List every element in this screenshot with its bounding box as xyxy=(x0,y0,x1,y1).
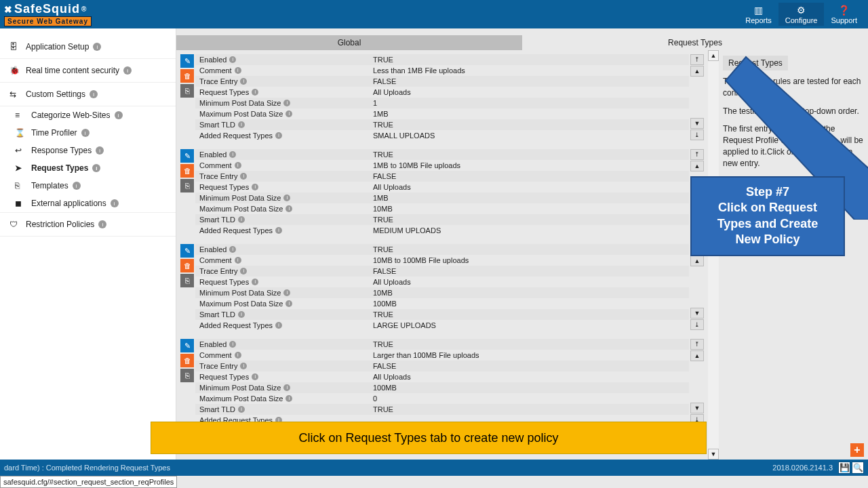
info-icon[interactable]: i xyxy=(98,220,106,228)
info-icon[interactable]: i xyxy=(275,227,282,234)
support-button[interactable]: ❓ Support xyxy=(824,3,864,26)
info-icon[interactable]: i xyxy=(90,90,98,98)
info-icon[interactable]: i xyxy=(73,182,81,190)
move-up-button[interactable]: ▲ xyxy=(690,350,704,361)
scroll-up-icon[interactable]: ▲ xyxy=(708,50,719,61)
edit-button[interactable]: ✎ xyxy=(180,54,194,68)
info-icon[interactable]: i xyxy=(235,352,241,359)
rule-row: Request Types iAll Uploads xyxy=(195,277,689,287)
field-label: Maximum Post Data Size i xyxy=(195,298,372,309)
info-icon[interactable]: i xyxy=(252,89,258,96)
move-down-button[interactable]: ▼ xyxy=(690,118,704,129)
search-icon[interactable]: 🔍 xyxy=(852,462,864,474)
info-icon[interactable]: i xyxy=(115,111,123,119)
help-panel-title: Request Types xyxy=(723,56,788,70)
info-icon[interactable]: i xyxy=(285,110,292,117)
info-icon[interactable]: i xyxy=(229,56,236,63)
sidebar-item-time-profiler[interactable]: ⌛ Time Profiler i xyxy=(0,124,176,142)
sidebar-item-templates[interactable]: ⎘ Templates i xyxy=(0,177,176,195)
move-down-button[interactable]: ▼ xyxy=(690,308,704,319)
edit-button[interactable]: ✎ xyxy=(180,244,194,258)
info-icon[interactable]: i xyxy=(238,406,245,413)
delete-button[interactable]: 🗑 xyxy=(180,259,194,272)
info-icon[interactable]: i xyxy=(240,78,247,85)
info-icon[interactable]: i xyxy=(240,363,247,369)
field-label: Added Request Types i xyxy=(195,320,372,331)
move-down-button[interactable]: ▼ xyxy=(690,403,704,413)
field-label: Request Types i xyxy=(195,87,372,98)
info-icon[interactable]: i xyxy=(111,199,119,207)
info-icon[interactable]: i xyxy=(283,384,290,391)
info-icon[interactable]: i xyxy=(252,279,258,285)
clone-button[interactable]: ⎘ xyxy=(180,84,194,98)
sidebar-realtime[interactable]: 🐞 Real time content security i xyxy=(0,59,176,83)
clone-button[interactable]: ⎘ xyxy=(180,179,194,192)
sidebar-restriction[interactable]: 🛡 Restriction Policies i xyxy=(0,212,176,237)
info-icon[interactable]: i xyxy=(235,257,241,264)
save-icon[interactable]: 💾 xyxy=(838,462,850,474)
move-top-button[interactable]: ⤒ xyxy=(690,339,704,350)
info-icon[interactable]: i xyxy=(238,311,245,318)
clone-button[interactable]: ⎘ xyxy=(180,274,194,287)
sidebar-item-response-types[interactable]: ↩ Response Types i xyxy=(0,142,176,159)
info-icon[interactable]: i xyxy=(229,341,236,348)
info-icon[interactable]: i xyxy=(92,164,100,172)
info-icon[interactable]: i xyxy=(240,173,247,180)
info-icon[interactable]: i xyxy=(229,151,236,158)
sidebar-item-external-apps[interactable]: ◼ External applications i xyxy=(0,195,176,212)
rule-row: Comment iLarger than 100MB File uploads xyxy=(195,350,689,361)
info-icon[interactable]: i xyxy=(275,132,282,139)
delete-button[interactable]: 🗑 xyxy=(180,164,194,178)
logo-text: SafeSquid xyxy=(14,2,80,16)
field-value: FALSE xyxy=(372,171,689,182)
clone-button[interactable]: ⎘ xyxy=(180,369,194,382)
tab-global[interactable]: Global xyxy=(176,35,522,50)
info-icon[interactable]: i xyxy=(283,289,290,296)
delete-button[interactable]: 🗑 xyxy=(180,69,194,83)
tab-request-types[interactable]: Request Types xyxy=(522,35,868,50)
info-icon[interactable]: i xyxy=(238,216,245,223)
info-icon[interactable]: i xyxy=(285,205,292,212)
sidebar-item-categorize[interactable]: ≡ Categorize Web-Sites i xyxy=(0,106,176,124)
info-icon[interactable]: i xyxy=(123,66,132,75)
edit-button[interactable]: ✎ xyxy=(180,339,194,352)
move-top-button[interactable]: ⤒ xyxy=(690,54,704,65)
info-icon[interactable]: i xyxy=(96,146,104,155)
delete-button[interactable]: 🗑 xyxy=(180,354,194,367)
info-icon[interactable]: i xyxy=(240,268,247,274)
move-bottom-button[interactable]: ⤓ xyxy=(690,319,704,330)
info-icon[interactable]: i xyxy=(283,100,290,106)
info-icon[interactable]: i xyxy=(275,322,282,329)
info-icon[interactable]: i xyxy=(229,246,236,253)
info-icon[interactable]: i xyxy=(235,162,241,169)
edit-button[interactable]: ✎ xyxy=(180,149,194,163)
configure-button[interactable]: ⚙ Configure xyxy=(778,3,825,26)
sidebar-custom[interactable]: ⇆ Custom Settings i xyxy=(0,83,176,106)
move-up-button[interactable]: ▲ xyxy=(690,161,704,171)
move-top-button[interactable]: ⤒ xyxy=(690,149,704,160)
info-icon[interactable]: i xyxy=(93,43,101,51)
field-value: TRUE xyxy=(372,149,689,160)
info-icon[interactable]: i xyxy=(285,395,292,402)
info-icon[interactable]: i xyxy=(235,67,241,74)
sidebar-app-setup[interactable]: 🗄 Application Setup i xyxy=(0,35,176,59)
add-entry-button[interactable]: + xyxy=(850,443,864,457)
info-icon[interactable]: i xyxy=(81,129,90,137)
move-up-button[interactable]: ▲ xyxy=(690,256,704,266)
field-label: Maximum Post Data Size i xyxy=(195,393,372,404)
info-icon[interactable]: i xyxy=(252,373,258,380)
rule-row: Added Request Types iMEDIUM UPLOADS xyxy=(195,225,689,236)
scroll-down-icon[interactable]: ▼ xyxy=(708,449,719,460)
info-icon[interactable]: i xyxy=(252,184,258,190)
reports-button[interactable]: ▥ Reports xyxy=(738,3,778,26)
move-bottom-button[interactable]: ⤓ xyxy=(690,129,704,140)
move-up-button[interactable]: ▲ xyxy=(690,66,704,77)
field-value: 1MB xyxy=(372,108,689,119)
field-label: Comment i xyxy=(195,65,372,76)
info-icon[interactable]: i xyxy=(283,195,290,201)
link-preview: safesquid.cfg/#section_request_section_r… xyxy=(0,476,177,488)
info-icon[interactable]: i xyxy=(238,121,245,128)
field-label: Enabled i xyxy=(195,149,372,160)
info-icon[interactable]: i xyxy=(285,300,292,307)
sidebar-item-request-types[interactable]: ➤ Request Types i xyxy=(0,159,176,177)
